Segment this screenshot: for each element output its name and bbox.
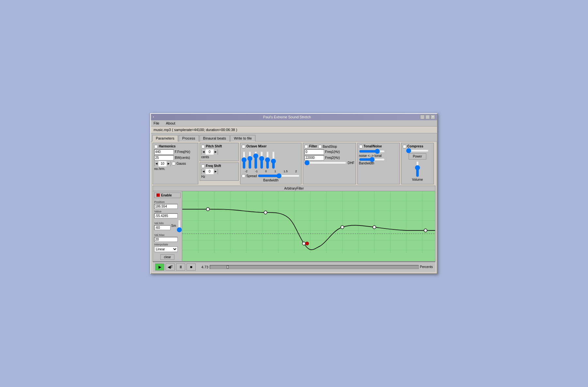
bandstop-label: BandStop (323, 145, 337, 148)
compress-power-button[interactable]: Power (409, 153, 426, 160)
harmonics-spin-val[interactable] (158, 161, 167, 166)
valmax-group: Val.Max (154, 233, 181, 242)
volume-label: Volume (412, 178, 423, 181)
enable-button[interactable]: Enable (154, 193, 181, 198)
tab-write[interactable]: Write to file (230, 135, 255, 142)
octave-label-5: 2 (295, 170, 297, 173)
pitch-spin-val[interactable] (205, 149, 214, 155)
harmonics-spin-left[interactable]: ◀ (155, 161, 158, 166)
pitch-shift-checkbox[interactable] (201, 145, 205, 148)
filter-freq2-label: Freq2(Hz) (325, 156, 340, 160)
octave-label-0: -2 (245, 170, 248, 173)
interpolate-group: Interpolate Linear Cosine Cubic (154, 243, 181, 252)
pause-button[interactable]: ⏸ (176, 263, 185, 271)
gauss-label: Gauss (176, 162, 186, 165)
pitch-spin-right[interactable]: ▶ (214, 149, 218, 155)
pause-icon: ⏸ (179, 265, 183, 269)
params-row: Harmonics F.Freq(Hz) BW(cents) ◀ ▶ (153, 143, 435, 184)
transport-bar: ▶ ◀F ⏸ ■ 4.73 Percents (153, 261, 435, 272)
tab-process[interactable]: Process (179, 135, 199, 142)
harmonics-spin-right[interactable]: ▶ (167, 161, 171, 166)
maximize-button[interactable]: □ (425, 115, 430, 119)
octave-mixer-checkbox[interactable] (242, 145, 245, 148)
octave-slider-1[interactable] (248, 151, 252, 169)
rewind-button[interactable]: ◀F (166, 263, 175, 271)
filter-area: Enable Position Value Val.Min (153, 191, 435, 261)
sm-slider[interactable] (177, 219, 182, 232)
tonal-checkbox[interactable] (359, 145, 363, 148)
tabs: Parameters Process Binaural beats Write … (151, 133, 437, 141)
spread-checkbox[interactable] (242, 174, 245, 178)
clear-button[interactable]: clear (160, 254, 175, 260)
arbitrary-filter-title: ArbitraryFilter (153, 186, 435, 191)
dhf-slider[interactable] (304, 161, 347, 164)
tonal-slider[interactable] (359, 150, 385, 153)
octave-mixer-title: Octave Mixer (246, 144, 267, 148)
svg-point-29 (424, 229, 427, 232)
spread-label: Spread (246, 174, 257, 178)
filter-title: Filter (309, 144, 317, 148)
pitch-shift-panel: Pitch Shift ◀ ▶ cents (200, 143, 239, 161)
pitch-unit: cents (201, 155, 209, 159)
filter-freq2-input[interactable] (304, 155, 324, 160)
freqshift-spin-val[interactable] (205, 169, 214, 174)
filter-freq1-label: Freq1(Hz) (325, 150, 340, 154)
svg-point-27 (305, 242, 309, 245)
interpolate-select[interactable]: Linear Cosine Cubic (154, 246, 178, 252)
octave-slider-labels: -2 -1 0 1 1.5 2 (242, 170, 300, 173)
position-group: Position (154, 200, 181, 209)
pitch-spin-left[interactable]: ◀ (202, 149, 205, 155)
harmonics-checkbox[interactable] (154, 145, 158, 148)
compress-slider[interactable] (406, 149, 429, 152)
progress-area: 4.73 (197, 265, 419, 269)
volume-slider[interactable] (414, 161, 421, 177)
play-icon: ▶ (158, 265, 161, 269)
harmonics-freq-input[interactable] (154, 149, 174, 155)
tonal-noise-panel: Tonal/Noise noise <--> tonal Bandwidth (357, 143, 400, 184)
menu-about[interactable]: About (165, 121, 177, 126)
main-content: Harmonics F.Freq(Hz) BW(cents) ◀ ▶ (151, 141, 437, 274)
stop-button[interactable]: ■ (187, 263, 196, 271)
enable-label: Enable (161, 194, 172, 197)
harmonics-bw-input[interactable] (154, 155, 174, 160)
gauss-checkbox[interactable] (172, 162, 175, 165)
sm-label: Sm (171, 224, 176, 227)
octave-slider-3[interactable] (259, 151, 264, 169)
menu-file[interactable]: File (152, 121, 161, 126)
freqshift-spin-left[interactable]: ◀ (202, 169, 205, 174)
pitch-spin: ◀ ▶ (201, 149, 218, 155)
minimize-button[interactable]: _ (420, 115, 425, 119)
filter-checkbox[interactable] (304, 145, 308, 148)
octave-slider-4[interactable] (265, 151, 270, 169)
play-button[interactable]: ▶ (155, 263, 164, 271)
harmonics-spin: ◀ ▶ (154, 161, 171, 166)
enable-dot (156, 194, 160, 197)
spread-slider[interactable] (258, 175, 300, 177)
tab-binaural[interactable]: Binaural beats (200, 135, 230, 142)
harmonics-title: Harmonics (159, 144, 176, 148)
freqshift-spin-right[interactable]: ▶ (214, 169, 218, 174)
position-input[interactable] (154, 204, 178, 209)
octave-slider-0[interactable] (242, 151, 246, 169)
progress-value: 4.73 (197, 265, 208, 269)
filter-freq1-input[interactable] (304, 149, 324, 155)
valmax-label: Val.Max (154, 233, 181, 237)
filter-graph[interactable] (182, 191, 435, 261)
tonal-bandwidth-slider[interactable] (359, 158, 385, 161)
harmonics-freq-label: F.Freq(Hz) (175, 150, 190, 154)
value-input[interactable] (154, 213, 178, 218)
octave-slider-5[interactable] (271, 151, 276, 169)
title-bar: ▪ Paul's Extreme Sound Stretch _ □ ✕ (151, 114, 437, 120)
valmin-input[interactable] (154, 225, 171, 230)
value-label: Value (154, 210, 181, 213)
interpolate-label: Interpolate (154, 243, 181, 246)
octave-slider-2[interactable] (253, 151, 258, 169)
position-label: Position (154, 200, 181, 204)
bandstop-checkbox[interactable] (318, 145, 322, 148)
freq-shift-checkbox[interactable] (201, 164, 205, 168)
close-button[interactable]: ✕ (431, 115, 435, 119)
progress-thumb[interactable] (227, 265, 229, 269)
tab-parameters[interactable]: Parameters (152, 135, 178, 142)
valmax-input[interactable] (154, 237, 178, 242)
progress-bar[interactable] (210, 265, 419, 269)
